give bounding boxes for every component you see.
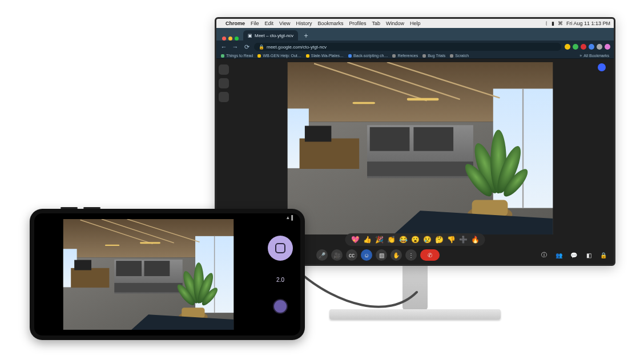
close-window-icon[interactable] xyxy=(222,37,226,41)
chat-button[interactable]: 💬 xyxy=(568,249,579,261)
more-options-button[interactable]: ⋮ xyxy=(405,249,417,261)
new-tab-button[interactable]: ＋ xyxy=(299,31,313,41)
host-icon: 🔒 xyxy=(600,252,607,258)
all-bookmarks-button[interactable]: » All Bookmarks xyxy=(579,54,609,58)
rail-button[interactable] xyxy=(219,78,229,88)
menubar-control-center-icon[interactable]: ⌘ xyxy=(558,21,563,26)
reaction-plus[interactable]: ➕ xyxy=(459,236,468,244)
fullscreen-window-icon[interactable] xyxy=(235,37,239,41)
nav-reload-icon[interactable]: ⟳ xyxy=(243,43,251,51)
menu-tab[interactable]: Tab xyxy=(372,21,380,26)
bookmark-item[interactable]: Slate-Wa-Plates… xyxy=(306,54,344,58)
macos-menubar: Chrome File Edit View History Bookmarks … xyxy=(216,19,614,28)
extension-icon[interactable] xyxy=(581,44,586,50)
raise-hand-button[interactable]: ✋ xyxy=(391,249,402,261)
menu-file[interactable]: File xyxy=(251,21,259,26)
gallery-thumbnail-button[interactable] xyxy=(273,299,288,314)
menubar-clock[interactable]: Fri Aug 11 1:13 PM xyxy=(566,21,610,26)
mic-toggle-button[interactable]: 🎤 xyxy=(316,249,328,261)
more-icon: ⋮ xyxy=(408,252,414,258)
chrome-window-frame: ▣ Meet – cto-ytgt-ncv ＋ ← → ⟳ 🔒 meet.goo… xyxy=(216,28,614,59)
reaction-laugh[interactable]: 😂 xyxy=(399,236,408,244)
people-icon: 👥 xyxy=(556,252,562,258)
tab-title: Meet – cto-ytgt-ncv xyxy=(255,33,293,38)
reaction-wow[interactable]: 😮 xyxy=(411,236,420,244)
reactions-button[interactable]: ☺ xyxy=(361,249,372,261)
rail-button[interactable] xyxy=(219,92,229,102)
menubar-app-name[interactable]: Chrome xyxy=(226,21,245,26)
menubar-battery-icon[interactable]: ▮ xyxy=(552,21,554,26)
reaction-thumbsdown[interactable]: 👎 xyxy=(447,236,456,244)
camera-live-feed xyxy=(40,219,257,330)
extension-icon[interactable] xyxy=(589,44,594,50)
shutter-button[interactable] xyxy=(268,236,293,261)
menu-edit[interactable]: Edit xyxy=(265,21,274,26)
menu-help[interactable]: Help xyxy=(410,21,421,26)
phone-screen: ▲ ▌ 2.0 xyxy=(34,213,300,335)
window-traffic-lights[interactable] xyxy=(220,34,242,41)
menubar-wifi-icon[interactable]: ⧙ xyxy=(545,21,548,26)
host-controls-button[interactable]: 🔒 xyxy=(598,249,609,261)
menu-window[interactable]: Window xyxy=(386,21,404,26)
browser-tab-meet[interactable]: ▣ Meet – cto-ytgt-ncv xyxy=(243,30,298,41)
chrome-tabstrip: ▣ Meet – cto-ytgt-ncv ＋ xyxy=(216,28,614,41)
minimize-window-icon[interactable] xyxy=(228,37,232,41)
menu-history[interactable]: History xyxy=(296,21,312,26)
lock-icon: 🔒 xyxy=(259,45,264,50)
activities-button[interactable]: ◧ xyxy=(583,249,594,261)
extension-icon[interactable] xyxy=(573,44,578,50)
meeting-info-button[interactable]: ⓘ xyxy=(538,249,550,261)
extension-icon[interactable] xyxy=(597,44,602,50)
cc-icon: cc xyxy=(349,252,355,258)
video-icon: 🎥 xyxy=(333,252,340,258)
info-icon: ⓘ xyxy=(541,251,547,259)
camera-controls-column: 2.0 xyxy=(260,213,300,335)
reaction-sad[interactable]: 😢 xyxy=(423,236,432,244)
captions-button[interactable]: cc xyxy=(346,249,357,261)
reaction-bar: 💖 👍 🎉 👏 😂 😮 😢 🤔 👎 ➕ 🔥 xyxy=(345,233,485,246)
bookmark-item[interactable]: Scratch xyxy=(450,54,469,58)
menu-profiles[interactable]: Profiles xyxy=(349,21,366,26)
nav-forward-icon[interactable]: → xyxy=(231,43,239,51)
power-button[interactable] xyxy=(83,207,100,209)
emoji-icon: ☺ xyxy=(364,252,369,258)
rail-button[interactable] xyxy=(219,64,229,75)
end-call-button[interactable]: ✆ xyxy=(420,249,440,261)
camera-toggle-button[interactable]: 🎥 xyxy=(331,249,343,261)
profile-avatar-icon[interactable] xyxy=(605,44,610,50)
extension-tray xyxy=(565,44,610,50)
nav-back-icon[interactable]: ← xyxy=(220,43,228,51)
menu-view[interactable]: View xyxy=(279,21,290,26)
bookmark-item[interactable]: Things to Read xyxy=(221,54,253,58)
people-button[interactable]: 👥 xyxy=(553,249,565,261)
reaction-party[interactable]: 🎉 xyxy=(375,236,384,244)
bookmark-item[interactable]: References xyxy=(392,54,418,58)
bookmark-item[interactable]: Back-scripting ch… xyxy=(348,54,388,58)
bookmarks-bar: Things to Read WB-GEN Help: Out… Slate-W… xyxy=(216,53,614,59)
reaction-heart[interactable]: 💖 xyxy=(351,236,360,244)
reaction-thumbsup[interactable]: 👍 xyxy=(363,236,372,244)
present-button[interactable]: ▧ xyxy=(376,249,387,261)
reaction-clap[interactable]: 👏 xyxy=(387,236,396,244)
self-view-pip[interactable] xyxy=(597,62,607,72)
phone-hw-buttons xyxy=(61,207,100,209)
reaction-think[interactable]: 🤔 xyxy=(435,236,444,244)
menu-bookmarks[interactable]: Bookmarks xyxy=(317,21,343,26)
camera-switch-icon xyxy=(275,243,285,253)
volume-button[interactable] xyxy=(61,207,78,209)
tab-favicon-icon: ▣ xyxy=(248,33,252,38)
zoom-level-badge[interactable]: 2.0 xyxy=(276,277,284,283)
bookmark-item[interactable]: Bug Trials xyxy=(422,54,445,58)
extension-icon[interactable] xyxy=(565,44,570,50)
address-bar[interactable]: 🔒 meet.google.com/cto-ytgt-ncv xyxy=(254,43,561,51)
camera-viewfinder[interactable] xyxy=(40,219,257,330)
bookmark-item[interactable]: WB-GEN Help: Out… xyxy=(257,54,301,58)
reaction-fire[interactable]: 🔥 xyxy=(471,236,480,244)
call-end-icon: ✆ xyxy=(428,252,432,258)
chrome-toolbar: ← → ⟳ 🔒 meet.google.com/cto-ytgt-ncv xyxy=(216,41,614,53)
android-phone: ▲ ▌ 2.0 xyxy=(30,209,305,340)
url-text: meet.google.com/cto-ytgt-ncv xyxy=(267,45,327,50)
chat-icon: 💬 xyxy=(570,252,577,258)
monitor-stand-neck xyxy=(402,266,428,310)
meet-left-rail xyxy=(219,64,229,102)
